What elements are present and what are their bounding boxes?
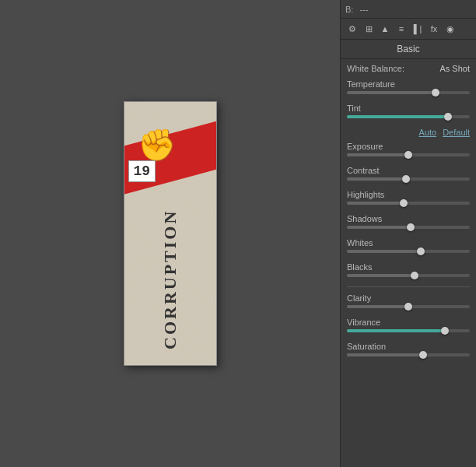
blacks-fill xyxy=(347,274,415,277)
tint-slider-row: Tint xyxy=(347,104,470,118)
divider-1 xyxy=(347,286,470,287)
whites-label: Whites xyxy=(347,238,470,248)
white-balance-value: As Shot xyxy=(439,64,470,73)
top-bar: B: --- xyxy=(341,0,476,19)
contrast-fill xyxy=(347,177,406,181)
default-button[interactable]: Default xyxy=(443,128,470,137)
tint-thumb[interactable] xyxy=(444,113,452,121)
fx-icon[interactable]: fx xyxy=(427,22,441,36)
grid-icon[interactable]: ⊞ xyxy=(362,22,376,36)
vibrance-fill xyxy=(347,329,445,332)
highlights-slider-row: Highlights xyxy=(347,190,470,205)
section-header: Basic xyxy=(341,40,476,59)
white-balance-row: White Balance: As Shot xyxy=(347,64,470,73)
image-area: ✊ 19 CORRUPTION xyxy=(0,0,340,467)
triangle-icon[interactable]: ▲ xyxy=(378,22,392,36)
whites-thumb[interactable] xyxy=(417,248,425,255)
exposure-track[interactable] xyxy=(347,153,470,156)
temperature-thumb[interactable] xyxy=(432,89,439,97)
saturation-slider-row: Saturation xyxy=(347,342,470,356)
contrast-thumb[interactable] xyxy=(402,175,410,183)
gear-icon[interactable]: ⚙ xyxy=(345,22,359,36)
blacks-slider-row: Blacks xyxy=(347,262,470,277)
contrast-track[interactable] xyxy=(347,177,470,181)
section-title: Basic xyxy=(397,44,419,54)
vibrance-slider-row: Vibrance xyxy=(347,318,470,332)
book-cover: ✊ 19 CORRUPTION xyxy=(124,101,217,366)
vibrance-track[interactable] xyxy=(347,329,470,332)
shadows-slider-row: Shadows xyxy=(347,214,470,229)
saturation-label: Saturation xyxy=(347,342,470,351)
clarity-fill xyxy=(347,305,408,308)
clarity-label: Clarity xyxy=(347,293,470,303)
saturation-fill xyxy=(347,353,423,356)
white-balance-label: White Balance: xyxy=(347,64,404,73)
saturation-thumb[interactable] xyxy=(419,351,427,359)
vibrance-label: Vibrance xyxy=(347,318,470,327)
exposure-slider-row: Exposure xyxy=(347,142,470,156)
right-panel: B: --- ⚙ ⊞ ▲ ≡ ▌| fx ◉ Basic White Balan… xyxy=(340,0,476,467)
highlights-label: Highlights xyxy=(347,190,470,199)
clarity-thumb[interactable] xyxy=(404,303,412,311)
highlights-thumb[interactable] xyxy=(400,199,408,207)
exposure-label: Exposure xyxy=(347,142,470,151)
exposure-thumb[interactable] xyxy=(404,151,412,159)
highlights-fill xyxy=(347,202,404,205)
tint-track[interactable] xyxy=(347,115,470,118)
shadows-fill xyxy=(347,226,411,229)
shadows-thumb[interactable] xyxy=(407,223,415,231)
waveform-icon[interactable]: ▌| xyxy=(411,22,425,36)
whites-track[interactable] xyxy=(347,250,470,253)
book-number: 19 xyxy=(128,160,156,182)
tint-fill xyxy=(347,115,448,118)
shadows-label: Shadows xyxy=(347,214,470,223)
shadows-track[interactable] xyxy=(347,226,470,229)
temperature-label: Temperature xyxy=(347,79,470,89)
auto-default-row: Auto Default xyxy=(347,128,470,137)
blacks-thumb[interactable] xyxy=(411,272,418,279)
book-title: CORRUPTION xyxy=(124,202,216,357)
whites-fill xyxy=(347,250,421,253)
tint-label: Tint xyxy=(347,104,470,113)
contrast-slider-row: Contrast xyxy=(347,166,470,181)
contrast-label: Contrast xyxy=(347,166,470,175)
blacks-track[interactable] xyxy=(347,274,470,277)
clarity-slider-row: Clarity xyxy=(347,293,470,308)
auto-button[interactable]: Auto xyxy=(419,128,437,137)
vibrance-thumb[interactable] xyxy=(441,327,449,335)
blacks-label: Blacks xyxy=(347,262,470,272)
whites-slider-row: Whites xyxy=(347,238,470,253)
toolbar-row: ⚙ ⊞ ▲ ≡ ▌| fx ◉ xyxy=(341,19,476,40)
temperature-slider-row: Temperature xyxy=(347,79,470,94)
panel-content[interactable]: White Balance: As Shot Temperature Tint … xyxy=(341,59,476,467)
highlights-track[interactable] xyxy=(347,202,470,205)
temperature-track[interactable] xyxy=(347,91,470,94)
temperature-fill xyxy=(347,91,436,94)
b-label: B: xyxy=(345,5,353,14)
clarity-track[interactable] xyxy=(347,305,470,308)
saturation-track[interactable] xyxy=(347,353,470,356)
lines-icon[interactable]: ≡ xyxy=(394,22,408,36)
exposure-fill xyxy=(347,153,408,156)
b-value: --- xyxy=(359,5,368,14)
circle-icon[interactable]: ◉ xyxy=(443,22,457,36)
